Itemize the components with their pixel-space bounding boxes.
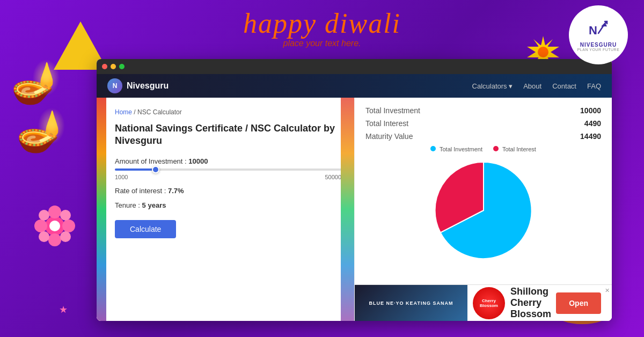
ad-image: BLUE NE·YO KEATING SANAM [355, 285, 467, 321]
svg-point-7 [39, 210, 49, 221]
main-content: Home / NSC Calculator National Savings C… [97, 98, 612, 321]
svg-point-10 [60, 231, 71, 242]
slider-range: 1000 50000 [115, 174, 341, 180]
navbar-brand: N Nivesguru [107, 78, 169, 93]
ad-close-button[interactable]: ✕ [605, 287, 610, 294]
total-interest-value: 4490 [584, 119, 601, 128]
maturity-value-label: Maturity Value [365, 132, 413, 141]
right-color-bar [341, 98, 354, 321]
tenure-label: Tenure : 5 years [115, 201, 341, 209]
nivesguru-logo: N NIVESGURU PLAN YOUR FUTURE [569, 5, 628, 64]
svg-point-15 [538, 47, 548, 57]
browser-maximize-dot[interactable] [119, 64, 125, 69]
calculator-title: National Savings Certificate / NSC Calcu… [115, 122, 341, 148]
total-investment-row: Total Investment 10000 [365, 106, 601, 115]
total-investment-value: 10000 [580, 106, 601, 115]
diwali-subtitle: place your text here. [243, 39, 401, 48]
svg-point-3 [48, 206, 61, 218]
breadcrumb-current: NSC Calculator [137, 108, 182, 116]
right-panel: Total Investment 10000 Total Interest 44… [354, 98, 612, 321]
investment-label: Amount of Investment : 10000 [115, 157, 341, 165]
ad-artists-text: BLUE NE·YO KEATING SANAM [367, 298, 456, 308]
svg-point-4 [48, 233, 61, 246]
svg-point-11 [49, 221, 60, 231]
diwali-header: happy diwali place your text here. [243, 10, 401, 48]
svg-point-6 [62, 219, 75, 232]
logo-svg: N [587, 18, 610, 42]
tenure-field: Tenure : 5 years [115, 201, 341, 209]
legend-interest: Total Interest [493, 146, 536, 152]
left-panel: Home / NSC Calculator National Savings C… [97, 98, 354, 321]
browser-window: N Nivesguru Calculators ▾ About Contact … [97, 59, 612, 321]
chart-legend: Total Investment Total Interest [365, 146, 601, 152]
nav-faq[interactable]: FAQ [587, 82, 601, 90]
maturity-value-row: Maturity Value 14490 [365, 132, 601, 141]
investment-field: Amount of Investment : 10000 1000 50000 [115, 157, 341, 180]
legend-investment: Total Investment [430, 146, 482, 152]
slider-min: 1000 [115, 174, 128, 180]
star-decoration: ★ [59, 304, 68, 316]
svg-point-8 [60, 210, 71, 221]
investment-value: 10000 [188, 157, 208, 165]
svg-text:N: N [589, 24, 597, 37]
svg-point-9 [39, 231, 49, 242]
ad-open-button[interactable]: Open [556, 292, 601, 314]
browser-chrome [97, 59, 612, 74]
svg-point-5 [34, 219, 47, 232]
lantern-decoration-2: 🪔 [16, 107, 67, 155]
maturity-value-value: 14490 [580, 132, 601, 141]
logo-tagline: PLAN YOUR FUTURE [577, 48, 620, 52]
slider-track [115, 169, 341, 171]
browser-minimize-dot[interactable] [111, 64, 116, 69]
pie-chart [430, 157, 537, 264]
pie-chart-container [365, 157, 601, 264]
chart-section: Total Investment Total Interest [365, 146, 601, 264]
slider-max: 50000 [325, 174, 341, 180]
ad-cherry-logo: Cherry Blossom [473, 287, 505, 319]
tenure-value: 5 years [142, 201, 166, 209]
total-interest-row: Total Interest 4490 [365, 119, 601, 128]
navbar-brand-text: Nivesguru [127, 81, 169, 91]
logo-brand: NIVESGURU [580, 42, 617, 48]
ad-main-text: Shillong Cherry Blossom [510, 286, 556, 320]
calculate-button[interactable]: Calculate [115, 220, 176, 238]
breadcrumb-separator: / [134, 108, 135, 116]
breadcrumb-home[interactable]: Home [115, 108, 132, 116]
browser-close-dot[interactable] [102, 64, 107, 69]
breadcrumb: Home / NSC Calculator [115, 108, 341, 116]
navbar-nav[interactable]: Calculators ▾ About Contact FAQ [472, 82, 601, 90]
flower-decoration-left [32, 203, 78, 251]
color-bar [97, 98, 106, 321]
slider-container[interactable] [115, 169, 341, 171]
legend-investment-dot [430, 146, 436, 151]
interest-label: Rate of interest : 7.7% [115, 187, 341, 195]
navbar: N Nivesguru Calculators ▾ About Contact … [97, 74, 612, 98]
slider-thumb[interactable] [152, 166, 159, 173]
interest-field: Rate of interest : 7.7% [115, 187, 341, 195]
total-investment-label: Total Investment [365, 106, 420, 115]
interest-value: 7.7% [168, 187, 184, 195]
ad-banner: BLUE NE·YO KEATING SANAM Cherry Blossom … [355, 284, 612, 321]
nav-calculators[interactable]: Calculators ▾ [472, 82, 513, 90]
legend-interest-dot [493, 146, 499, 151]
slider-fill [115, 169, 156, 171]
nav-about[interactable]: About [523, 82, 541, 90]
navbar-logo-icon: N [107, 78, 122, 93]
lantern-decoration: 🪔 [11, 59, 61, 106]
total-interest-label: Total Interest [365, 119, 408, 128]
diwali-title: happy diwali [243, 10, 401, 38]
nav-contact[interactable]: Contact [552, 82, 576, 90]
